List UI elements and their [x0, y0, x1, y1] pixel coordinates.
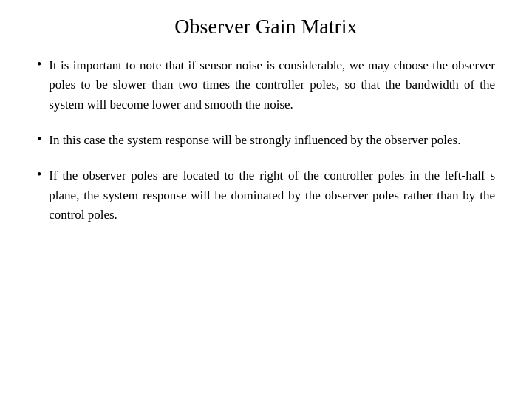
bullet-text-1: It is important to note that if sensor n… — [49, 56, 495, 115]
list-item: • It is important to note that if sensor… — [37, 56, 495, 115]
content-area: • It is important to note that if sensor… — [37, 56, 495, 241]
list-item: • In this case the system response will … — [37, 131, 495, 150]
list-item: • If the observer poles are located to t… — [37, 166, 495, 225]
bullet-symbol-1: • — [37, 57, 41, 72]
bullet-symbol-3: • — [37, 167, 41, 183]
bullet-text-3: If the observer poles are located to the… — [49, 166, 495, 225]
bullet-symbol-2: • — [37, 132, 41, 147]
page-title: Observer Gain Matrix — [37, 15, 495, 38]
page-container: Observer Gain Matrix • It is important t… — [0, 0, 532, 399]
bullet-text-2: In this case the system response will be… — [49, 131, 460, 150]
